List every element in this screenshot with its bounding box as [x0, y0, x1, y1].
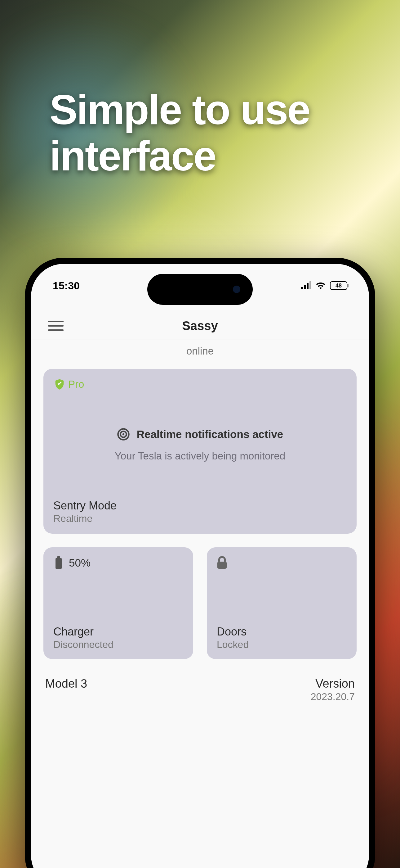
marketing-headline: Simple to use interface: [49, 87, 400, 179]
charger-card[interactable]: 50% Charger Disconnected: [43, 547, 193, 659]
version-number: 2023.20.7: [311, 691, 355, 703]
battery-percent: 50%: [69, 557, 91, 569]
shield-check-icon: [53, 378, 66, 391]
sentry-card-footer-title: Sentry Mode: [53, 499, 347, 512]
wifi-icon: [316, 282, 326, 289]
pro-badge: Pro: [53, 378, 347, 391]
sentry-card-subtitle: Your Tesla is actively being monitored: [53, 450, 347, 462]
version-label: Version: [311, 677, 355, 690]
pro-badge-label: Pro: [68, 378, 84, 390]
vehicle-model: Model 3: [45, 677, 87, 690]
svg-rect-5: [218, 562, 227, 569]
doors-card[interactable]: Doors Locked: [207, 547, 357, 659]
phone-screen: 15:30 48 Sassy online: [31, 264, 369, 868]
lock-icon: [217, 556, 227, 570]
sentry-card-footer-sub: Realtime: [53, 513, 347, 524]
connection-status: online: [43, 345, 357, 357]
battery-indicator: 48: [330, 281, 347, 290]
charger-card-status: Disconnected: [53, 639, 183, 650]
sentry-card[interactable]: Pro Realtime notifications active Your T…: [43, 369, 357, 534]
doors-card-title: Doors: [217, 625, 347, 638]
cellular-signal-icon: [301, 282, 311, 289]
target-icon: [117, 428, 130, 441]
charger-card-title: Charger: [53, 625, 183, 638]
app-header: Sassy: [31, 312, 369, 340]
doors-card-status: Locked: [217, 639, 347, 650]
battery-icon: [53, 556, 64, 570]
status-time: 15:30: [53, 280, 80, 292]
dynamic-island: [147, 274, 253, 305]
app-title: Sassy: [182, 319, 218, 333]
svg-point-2: [123, 433, 124, 435]
svg-rect-3: [56, 558, 62, 569]
sentry-card-headline: Realtime notifications active: [137, 428, 284, 440]
menu-button[interactable]: [48, 318, 64, 334]
phone-frame: 15:30 48 Sassy online: [25, 258, 375, 868]
svg-rect-4: [57, 556, 60, 558]
